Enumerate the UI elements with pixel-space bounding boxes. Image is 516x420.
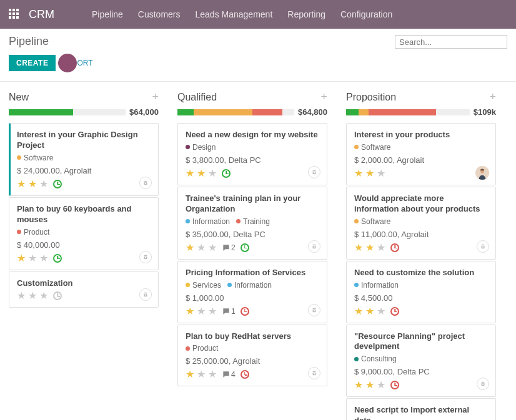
svg-point-10: [482, 384, 484, 385]
star-icon[interactable]: ★: [39, 253, 48, 263]
kanban-card[interactable]: Trainee's training plan in your Organiza…: [177, 187, 327, 260]
svg-point-6: [314, 373, 315, 374]
import-button[interactable]: ORT: [77, 59, 92, 67]
svg-point-4: [314, 246, 315, 247]
star-icon[interactable]: ★: [197, 243, 206, 253]
star-icon[interactable]: ★: [17, 253, 26, 263]
camera-icon[interactable]: [308, 240, 320, 253]
star-icon[interactable]: ★: [17, 291, 26, 301]
clock-icon[interactable]: [222, 169, 231, 178]
clock-icon[interactable]: [241, 370, 249, 379]
camera-icon[interactable]: [139, 177, 152, 189]
star-icon[interactable]: ★: [17, 179, 26, 189]
kanban-column: New+$64,000Interest in your Graphic Desi…: [9, 90, 159, 309]
star-icon[interactable]: ★: [377, 168, 385, 178]
card-subtitle: $ 24,000.00, Agrolait: [17, 166, 151, 175]
camera-icon[interactable]: [477, 240, 489, 253]
star-icon[interactable]: ★: [208, 306, 217, 316]
apps-icon[interactable]: [9, 9, 20, 20]
kanban-card[interactable]: Interest in your Graphic Design ProjectS…: [9, 123, 159, 196]
star-icon[interactable]: ★: [377, 380, 385, 390]
star-icon[interactable]: ★: [39, 179, 48, 189]
nav-link[interactable]: Reporting: [287, 9, 325, 19]
star-icon[interactable]: ★: [377, 243, 385, 253]
avatar[interactable]: [475, 166, 489, 180]
star-icon[interactable]: ★: [186, 243, 194, 253]
star-icon[interactable]: ★: [365, 168, 374, 178]
clock-icon[interactable]: [390, 243, 399, 252]
kanban-card[interactable]: Pricing Information of ServicesServicesI…: [177, 261, 327, 323]
add-card-icon[interactable]: +: [489, 90, 496, 104]
star-icon[interactable]: ★: [354, 380, 363, 390]
clock-icon[interactable]: [241, 243, 249, 252]
column-title: New: [9, 92, 29, 103]
clock-icon[interactable]: [390, 381, 399, 389]
kanban-card[interactable]: Interest in your productsSoftware$ 2,000…: [346, 123, 496, 185]
message-count[interactable]: 2: [222, 243, 236, 252]
clock-icon[interactable]: [53, 180, 62, 188]
card-footer: ★★★: [354, 243, 488, 253]
tag: Software: [354, 143, 390, 152]
star-icon[interactable]: ★: [365, 243, 374, 253]
tag: Software: [17, 154, 53, 162]
kanban-card[interactable]: Would appreciate more information about …: [346, 187, 496, 260]
subheader: Pipeline: [0, 29, 516, 49]
star-icon[interactable]: ★: [365, 306, 374, 316]
star-icon[interactable]: ★: [197, 369, 206, 379]
kanban-card[interactable]: Need to customize the solutionInformatio…: [346, 261, 496, 323]
toolbar: CREATE ORT: [0, 49, 516, 81]
message-count[interactable]: 1: [222, 307, 236, 316]
nav-link[interactable]: Configuration: [340, 9, 392, 19]
kanban-card[interactable]: Need script to Import external dataServi…: [346, 398, 496, 420]
star-icon[interactable]: ★: [354, 243, 363, 253]
star-icon[interactable]: ★: [186, 369, 194, 379]
nav-link[interactable]: Pipeline: [92, 9, 123, 19]
card-subtitle: $ 2,000.00, Agrolait: [354, 155, 488, 165]
nav-link[interactable]: Customers: [138, 9, 181, 19]
card-tags: InformationTraining: [186, 217, 319, 226]
clock-icon[interactable]: [390, 307, 399, 316]
star-icon[interactable]: ★: [365, 380, 374, 390]
clock-icon[interactable]: [241, 307, 249, 316]
kanban-card[interactable]: Plan to buy RedHat serversProduct$ 25,00…: [177, 325, 327, 387]
camera-icon[interactable]: [308, 166, 320, 178]
star-icon[interactable]: ★: [354, 168, 363, 178]
star-icon[interactable]: ★: [208, 243, 217, 253]
svg-point-1: [145, 256, 146, 258]
card-footer: ★★★2: [186, 243, 319, 253]
star-icon[interactable]: ★: [28, 253, 37, 263]
card-tags: Information: [354, 281, 488, 290]
kanban-card[interactable]: "Resource Planning" project develpmentCo…: [346, 325, 496, 398]
star-icon[interactable]: ★: [28, 179, 37, 189]
star-icon[interactable]: ★: [186, 306, 194, 316]
star-icon[interactable]: ★: [377, 306, 385, 316]
card-subtitle: $ 3,800.00, Delta PC: [186, 155, 319, 165]
clock-icon[interactable]: [53, 291, 62, 300]
column-total: $109k: [474, 107, 496, 117]
kanban-card[interactable]: Plan to buy 60 keyboards and mousesProdu…: [9, 197, 159, 270]
add-card-icon[interactable]: +: [320, 90, 327, 104]
tag: Software: [354, 217, 390, 226]
star-icon[interactable]: ★: [39, 291, 48, 301]
card-title: Interest in your products: [354, 130, 488, 140]
kanban-card[interactable]: Need a new design for my websiteDesign$ …: [177, 123, 327, 185]
star-icon[interactable]: ★: [208, 369, 217, 379]
clock-icon[interactable]: [53, 254, 62, 263]
create-button[interactable]: CREATE: [9, 55, 56, 71]
star-icon[interactable]: ★: [28, 291, 37, 301]
star-icon[interactable]: ★: [197, 306, 206, 316]
camera-icon[interactable]: [139, 251, 152, 263]
message-count[interactable]: 4: [222, 370, 236, 379]
camera-icon[interactable]: [308, 304, 320, 316]
star-icon[interactable]: ★: [208, 168, 217, 178]
star-icon[interactable]: ★: [354, 306, 363, 316]
add-card-icon[interactable]: +: [152, 90, 159, 104]
card-subtitle: $ 9,000.00, Delta PC: [354, 367, 488, 376]
search-input[interactable]: [395, 35, 507, 49]
column-title: Proposition: [346, 92, 396, 103]
kanban-card[interactable]: Customization★★★: [9, 271, 159, 308]
progress-bar: [9, 109, 126, 115]
nav-link[interactable]: Leads Management: [196, 9, 273, 19]
star-icon[interactable]: ★: [186, 168, 194, 178]
star-icon[interactable]: ★: [197, 168, 206, 178]
